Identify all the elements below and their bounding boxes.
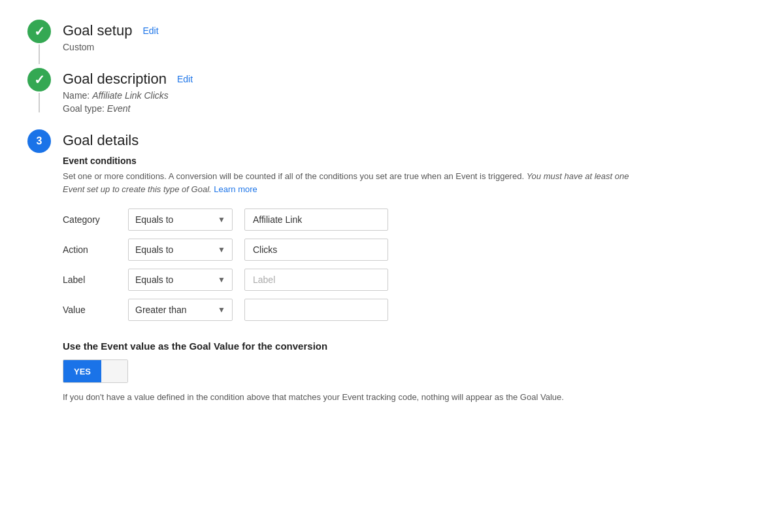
toggle-yes-option[interactable]: YES xyxy=(63,360,101,382)
action-match-label: Equals to xyxy=(135,244,173,255)
step2-indicator-area: ✓ xyxy=(26,68,52,114)
category-label: Category xyxy=(63,214,128,225)
step2-title-row: Goal description Edit xyxy=(63,71,732,88)
value-label: Value xyxy=(63,305,128,315)
step2-goaltype-value: Event xyxy=(107,103,131,114)
step3-title-row: Goal details xyxy=(63,132,732,149)
conditions-grid: Category Equals to ▼ Action Equals to ▼ … xyxy=(63,208,732,321)
goal-value-section: Use the Event value as the Goal Value fo… xyxy=(63,341,732,404)
label-label: Label xyxy=(63,274,128,285)
step3-number: 3 xyxy=(37,135,42,147)
step2-name-value: Affiliate Link Clicks xyxy=(92,90,169,101)
value-match-label: Greater than xyxy=(135,305,187,315)
steps-container: ✓ Goal setup Edit Custom ✓ Goal descript… xyxy=(26,20,732,417)
step1-content: Goal setup Edit Custom xyxy=(63,20,732,68)
event-conditions-header: Event conditions xyxy=(63,156,732,166)
event-conditions-desc: Set one or more conditions. A conversion… xyxy=(63,170,651,195)
learn-more-link[interactable]: Learn more xyxy=(214,184,257,194)
category-match-select[interactable]: Equals to ▼ xyxy=(128,208,233,231)
category-dropdown-arrow: ▼ xyxy=(218,215,225,224)
step2-content: Goal description Edit Name: Affiliate Li… xyxy=(63,68,732,129)
step2-name-line: Name: Affiliate Link Clicks xyxy=(63,90,732,101)
goal-value-desc: If you don't have a value defined in the… xyxy=(63,391,585,404)
toggle-no-option[interactable] xyxy=(101,360,127,382)
step3-title: Goal details xyxy=(63,132,139,149)
label-value-input[interactable] xyxy=(244,269,388,291)
step1-title: Goal setup xyxy=(63,22,132,39)
step2-edit-link[interactable]: Edit xyxy=(177,74,193,84)
step-goal-setup: ✓ Goal setup Edit Custom xyxy=(26,20,732,68)
label-dropdown-arrow: ▼ xyxy=(218,275,225,284)
value-dropdown-arrow: ▼ xyxy=(218,305,225,314)
label-match-select[interactable]: Equals to ▼ xyxy=(128,269,233,291)
goal-value-toggle[interactable]: YES xyxy=(63,359,128,383)
step1-title-row: Goal setup Edit xyxy=(63,22,732,39)
step2-check-icon: ✓ xyxy=(27,68,51,91)
step2-goaltype-line: Goal type: Event xyxy=(63,103,732,114)
step1-check-icon: ✓ xyxy=(27,20,51,43)
action-match-select[interactable]: Equals to ▼ xyxy=(128,239,233,261)
value-match-select[interactable]: Greater than ▼ xyxy=(128,299,233,321)
step1-indicator-area: ✓ xyxy=(26,20,52,65)
toggle-container: YES xyxy=(63,359,732,383)
category-value-input[interactable] xyxy=(244,208,388,231)
step-goal-details: 3 Goal details Event conditions Set one … xyxy=(26,129,732,417)
goal-value-title: Use the Event value as the Goal Value fo… xyxy=(63,341,732,352)
step3-content: Goal details Event conditions Set one or… xyxy=(63,129,732,417)
step1-edit-link[interactable]: Edit xyxy=(142,25,158,36)
category-match-label: Equals to xyxy=(135,214,173,225)
step1-subtitle: Custom xyxy=(63,42,732,52)
event-conditions-desc-text: Set one or more conditions. A conversion… xyxy=(63,171,524,181)
value-value-input[interactable] xyxy=(244,299,388,321)
action-label: Action xyxy=(63,244,128,255)
step2-title: Goal description xyxy=(63,71,167,88)
step-goal-description: ✓ Goal description Edit Name: Affiliate … xyxy=(26,68,732,129)
step1-connector-line xyxy=(39,44,40,64)
step2-connector-line xyxy=(39,93,40,112)
action-value-input[interactable] xyxy=(244,239,388,261)
step3-number-icon: 3 xyxy=(27,129,51,153)
action-dropdown-arrow: ▼ xyxy=(218,245,225,254)
step3-indicator-area: 3 xyxy=(26,129,52,153)
label-match-label: Equals to xyxy=(135,274,173,285)
